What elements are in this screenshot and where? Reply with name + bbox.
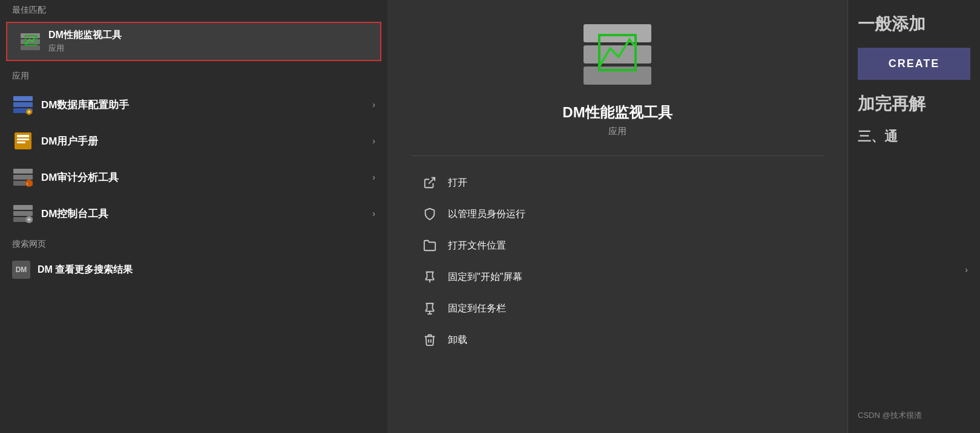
action-uninstall-label: 卸载 xyxy=(448,334,467,347)
action-pin-start[interactable]: 固定到"开始"屏幕 xyxy=(412,262,823,291)
app-list-title-3: DM控制台工具 xyxy=(41,207,108,221)
folder-icon xyxy=(421,237,438,254)
action-folder[interactable]: 打开文件位置 xyxy=(412,231,823,260)
best-match-item[interactable]: DM性能监视工具 应用 xyxy=(6,22,381,61)
app-list-text-0: DM数据库配置助手 xyxy=(41,98,129,112)
action-folder-label: 打开文件位置 xyxy=(448,239,506,252)
action-pin-taskbar-label: 固定到任务栏 xyxy=(448,302,506,315)
svg-rect-4 xyxy=(13,96,33,101)
app-list-text-1: DM用户手册 xyxy=(41,134,98,148)
web-chevron-icon-0: › xyxy=(965,265,968,275)
apps-section-title: 应用 xyxy=(0,63,387,86)
pin-taskbar-icon xyxy=(421,300,438,317)
right-subtitle-text: 加完再解 xyxy=(858,92,970,116)
svg-text:!: ! xyxy=(27,181,28,187)
left-panel: 最佳匹配 DM性能监视工具 应用 应用 xyxy=(0,0,387,433)
app-list-text-2: DM审计分析工具 xyxy=(41,171,119,184)
chevron-icon-3: › xyxy=(372,209,375,218)
dm-monitor-icon-small xyxy=(19,31,41,53)
action-admin-label: 以管理员身份运行 xyxy=(448,208,525,221)
dm-console-icon xyxy=(12,203,34,224)
create-button[interactable]: CREATE xyxy=(858,48,970,80)
admin-icon xyxy=(421,206,438,223)
best-match-app-title: DM性能监视工具 xyxy=(48,29,122,42)
action-admin[interactable]: 以管理员身份运行 xyxy=(412,200,823,229)
web-item-title-0: DM 查看更多搜索结果 xyxy=(38,264,133,276)
dm-monitor-icon-large xyxy=(581,18,654,91)
divider xyxy=(412,155,823,156)
app-type-large: 应用 xyxy=(608,126,626,137)
svg-rect-11 xyxy=(17,142,25,143)
action-uninstall[interactable]: 卸载 xyxy=(412,325,823,354)
web-section-title: 搜索网页 xyxy=(0,232,387,255)
chevron-icon-0: › xyxy=(372,100,375,109)
svg-rect-18 xyxy=(13,211,33,216)
svg-rect-12 xyxy=(13,169,33,174)
best-match-text-group: DM性能监视工具 应用 xyxy=(48,29,122,54)
svg-rect-10 xyxy=(17,138,29,140)
app-list-item-2[interactable]: ! DM审计分析工具 › xyxy=(0,159,387,195)
app-list-item-1[interactable]: DM用户手册 › xyxy=(0,123,387,159)
action-open-label: 打开 xyxy=(448,177,467,189)
web-search-icon: DM xyxy=(12,261,30,279)
svg-rect-2 xyxy=(21,45,40,50)
action-open[interactable]: 打开 xyxy=(412,168,823,197)
right-footer: CSDN @技术很渣 xyxy=(858,410,970,421)
svg-rect-5 xyxy=(13,102,33,107)
action-pin-start-label: 固定到"开始"屏幕 xyxy=(448,271,522,284)
dm-audit-icon: ! xyxy=(12,166,34,188)
app-list-item-3[interactable]: DM控制台工具 › xyxy=(0,195,387,232)
action-pin-taskbar[interactable]: 固定到任务栏 xyxy=(412,294,823,323)
chevron-icon-1: › xyxy=(372,136,375,146)
app-list-title-2: DM审计分析工具 xyxy=(41,171,119,184)
svg-rect-13 xyxy=(13,175,33,180)
middle-panel: DM性能监视工具 应用 打开 以管理员身份运行 xyxy=(387,0,847,433)
right-panel: 一般添加 CREATE 加完再解 三、通 CSDN @技术很渣 xyxy=(847,0,980,433)
web-list-item-0[interactable]: DM DM 查看更多搜索结果 › xyxy=(0,255,387,285)
app-list-text-3: DM控制台工具 xyxy=(41,207,108,221)
svg-rect-21 xyxy=(584,24,651,42)
svg-rect-17 xyxy=(13,205,33,210)
svg-rect-9 xyxy=(17,135,29,137)
best-match-app-subtitle: 应用 xyxy=(48,43,122,54)
right-third-text: 三、通 xyxy=(858,128,970,146)
dm-db-config-icon xyxy=(12,94,34,116)
dm-manual-icon xyxy=(12,130,34,152)
open-icon xyxy=(421,174,438,191)
best-match-title: 最佳匹配 xyxy=(0,0,387,19)
app-list-title-0: DM数据库配置助手 xyxy=(41,98,129,112)
action-list: 打开 以管理员身份运行 打开文件位置 xyxy=(412,168,823,354)
pin-start-icon xyxy=(421,269,438,285)
chevron-icon-2: › xyxy=(372,172,375,182)
uninstall-icon xyxy=(421,331,438,348)
right-top-text: 一般添加 xyxy=(858,12,970,36)
app-name-large: DM性能监视工具 xyxy=(562,103,672,122)
app-list-title-1: DM用户手册 xyxy=(41,134,98,148)
app-list-item-0[interactable]: DM数据库配置助手 › xyxy=(0,86,387,123)
svg-line-25 xyxy=(429,178,435,184)
